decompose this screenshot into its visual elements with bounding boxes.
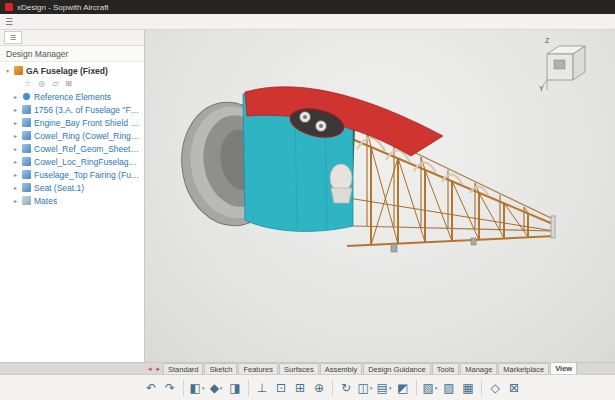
zoom-fit-button[interactable]: ⊡ [272, 378, 290, 398]
hide-show-button[interactable]: ▤▾ [375, 378, 393, 398]
standard-views-icon: ◆ [210, 381, 219, 395]
scene-icon: ▧ [423, 381, 434, 395]
tab-sketch[interactable]: Sketch [204, 363, 237, 374]
toolbar-separator [416, 380, 417, 396]
rotate-view-button[interactable]: ↻ [337, 378, 355, 398]
expand-icon[interactable]: ▸ [12, 106, 19, 113]
tab-view[interactable]: View [550, 362, 577, 374]
perspective-button[interactable]: ◇ [486, 378, 504, 398]
tab-scroll-right-icon[interactable]: ▸ [155, 365, 163, 373]
expand-icon[interactable]: ▸ [12, 171, 19, 178]
hide-show-icon: ▤ [377, 381, 388, 395]
zoom-fit-icon: ⊡ [276, 381, 286, 395]
collapse-icon[interactable]: ▾ [4, 67, 11, 74]
pan-button[interactable]: ⊕ [310, 378, 328, 398]
tree-item-component[interactable]: ▸ Engine_Bay Front Shield Sub-A... [0, 116, 144, 129]
menu-icon[interactable]: ☰ [5, 17, 13, 27]
standard-views-button[interactable]: ◆▾ [207, 378, 225, 398]
zoom-area-icon: ⊞ [295, 381, 305, 395]
tab-features[interactable]: Features [238, 363, 278, 374]
tree-item-component[interactable]: ▸ Fuselage_Top Fairing (Fuselage... [0, 168, 144, 181]
full-screen-icon: ⊠ [509, 381, 519, 395]
expand-icon[interactable]: ▸ [12, 119, 19, 126]
axis-y-label: Y [539, 85, 544, 92]
tab-marketplace[interactable]: Marketplace [498, 363, 549, 374]
chevron-down-icon[interactable]: ▾ [389, 385, 392, 391]
tree-item-component[interactable]: ▸ Cowel_Loc_RingFuselage_Side... [0, 155, 144, 168]
redo-icon: ↷ [165, 381, 175, 395]
tree-item-component[interactable]: ▸ 1756 (3.A. of Fuselage "Fixed E... [0, 103, 144, 116]
favorite-star-icon[interactable]: ☆ [24, 79, 31, 88]
component-icon [22, 105, 31, 114]
chevron-down-icon[interactable]: ▾ [202, 385, 205, 391]
tree-tab-icon[interactable]: ☰ [4, 31, 22, 44]
display-style-button[interactable]: ◫▾ [356, 378, 374, 398]
tree-root-item[interactable]: ▾ GA Fuselage (Fixed) [0, 64, 144, 77]
view-orientation-button[interactable]: ◧▾ [188, 378, 206, 398]
expand-icon[interactable]: ▸ [12, 132, 19, 139]
tab-standard[interactable]: Standard [163, 363, 203, 374]
tree-item-component[interactable]: ▸ Cowel_Ref_Geom_Sheetmetal (... [0, 142, 144, 155]
toolbar-separator [248, 380, 249, 396]
grid-icon[interactable]: ⊞ [65, 79, 72, 88]
component-icon [22, 118, 31, 127]
reference-plane-icon[interactable]: ▱ [52, 79, 58, 88]
view-cube[interactable]: Z Y [539, 38, 593, 96]
section-view-icon: ◨ [229, 381, 240, 395]
top-toolbar: ☰ [0, 14, 615, 30]
normal-to-icon: ⊥ [257, 381, 267, 395]
mates-icon [22, 196, 31, 205]
normal-to-button[interactable]: ⊥ [253, 378, 271, 398]
view-cube-graphic[interactable] [539, 38, 593, 96]
tree-root-label: GA Fuselage (Fixed) [26, 66, 108, 76]
component-icon [22, 144, 31, 153]
component-icon [22, 170, 31, 179]
design-tree: ▾ GA Fuselage (Fixed) ☆ ◎ ▱ ⊞ ▸ Referenc… [0, 62, 144, 362]
zoom-area-button[interactable]: ⊞ [291, 378, 309, 398]
view-orientation-icon: ◧ [190, 381, 201, 395]
perspective-icon: ◇ [490, 381, 499, 395]
undo-button[interactable]: ↶ [142, 378, 160, 398]
axis-z-label: Z [545, 37, 549, 44]
section-view-button[interactable]: ◨ [226, 378, 244, 398]
tab-tools[interactable]: Tools [432, 363, 460, 374]
panel-tab-strip: ☰ [0, 30, 144, 46]
tab-manage[interactable]: Manage [460, 363, 497, 374]
toolbar-separator [332, 380, 333, 396]
expand-icon[interactable]: ▸ [12, 145, 19, 152]
ambient-shadow-button[interactable]: ▨ [440, 378, 458, 398]
expand-icon[interactable]: ▸ [12, 197, 19, 204]
ambient-shadow-icon: ▨ [443, 381, 454, 395]
reference-elements-icon [23, 93, 30, 100]
undo-icon: ↶ [146, 381, 156, 395]
expand-icon[interactable]: ▸ [12, 184, 19, 191]
chevron-down-icon[interactable]: ▾ [435, 385, 438, 391]
full-screen-button[interactable]: ⊠ [505, 378, 523, 398]
redo-button[interactable]: ↷ [161, 378, 179, 398]
display-style-icon: ◫ [358, 381, 369, 395]
chevron-down-icon[interactable]: ▾ [370, 385, 373, 391]
expand-icon[interactable]: ▸ [12, 158, 19, 165]
tree-item-mates[interactable]: ▸ Mates [0, 194, 144, 207]
scene-button[interactable]: ▧▾ [421, 378, 439, 398]
chevron-down-icon[interactable]: ▾ [220, 385, 223, 391]
tree-item-component[interactable]: ▸ Seat (Seat.1) [0, 181, 144, 194]
viewport-3d[interactable]: Z Y [145, 30, 615, 362]
component-icon [22, 183, 31, 192]
tree-item-component[interactable]: ▸ Cowel_Ring (Cowel_Ring.1) [0, 129, 144, 142]
panel-title: Design Manager [0, 46, 144, 62]
expand-icon[interactable]: ▸ [12, 93, 19, 100]
assembly-icon [14, 66, 23, 75]
toolbar-separator [183, 380, 184, 396]
design-manager-panel: ☰ Design Manager ▾ GA Fuselage (Fixed) ☆… [0, 30, 145, 362]
tree-item-reference-elements[interactable]: ▸ Reference Elements [0, 90, 144, 103]
origin-icon[interactable]: ◎ [38, 79, 45, 88]
tab-scroll-left-icon[interactable]: ◂ [146, 365, 154, 373]
pan-icon: ⊕ [314, 381, 324, 395]
tab-surfaces[interactable]: Surfaces [279, 363, 319, 374]
tab-design-guidance[interactable]: Design Guidance [363, 363, 431, 374]
grid-display-button[interactable]: ▦ [459, 378, 477, 398]
appearance-button[interactable]: ◩ [394, 378, 412, 398]
tab-assembly[interactable]: Assembly [320, 363, 363, 374]
main-content: ☰ Design Manager ▾ GA Fuselage (Fixed) ☆… [0, 30, 615, 362]
